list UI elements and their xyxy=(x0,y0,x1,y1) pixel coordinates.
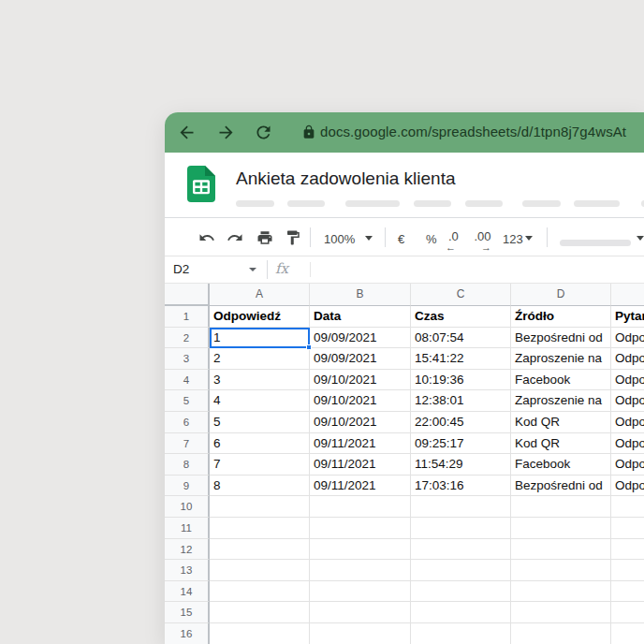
name-box[interactable]: D2 xyxy=(173,262,189,276)
cell[interactable] xyxy=(210,581,310,603)
cell[interactable]: 7 xyxy=(210,454,310,476)
cell[interactable]: Odpow xyxy=(611,348,644,370)
row-number[interactable]: 2 xyxy=(165,328,210,349)
cell[interactable] xyxy=(310,539,411,561)
cell[interactable]: 5 xyxy=(210,412,310,433)
cell[interactable]: 10:19:36 xyxy=(411,370,511,391)
column-header-A[interactable]: A xyxy=(210,284,310,306)
cell[interactable] xyxy=(611,518,644,539)
cell[interactable] xyxy=(511,518,611,539)
decrease-decimals-button[interactable]: .0 ← xyxy=(448,229,459,251)
cell[interactable]: 2 xyxy=(210,348,310,370)
cell[interactable]: 09/10/2021 xyxy=(310,412,411,433)
cell[interactable] xyxy=(310,518,411,539)
row-number[interactable]: 4 xyxy=(165,370,210,391)
cell[interactable] xyxy=(511,496,611,518)
cell[interactable]: Zaproszenie na xyxy=(511,390,611,412)
column-header-C[interactable]: C xyxy=(411,284,511,306)
cell[interactable]: Odpow xyxy=(611,476,644,497)
zoom-level[interactable]: 100% xyxy=(324,232,355,246)
cell[interactable]: Odpow xyxy=(611,328,644,349)
cell[interactable] xyxy=(310,602,411,623)
redo-icon[interactable] xyxy=(227,229,243,246)
cell[interactable]: 3 xyxy=(210,370,310,391)
cell[interactable]: Odpow xyxy=(611,433,644,455)
cell[interactable]: 17:03:16 xyxy=(411,476,511,497)
fill-handle[interactable] xyxy=(306,344,312,350)
cell[interactable]: 09/11/2021 xyxy=(310,433,411,455)
row-number[interactable]: 16 xyxy=(165,623,210,644)
cell[interactable] xyxy=(511,560,611,581)
row-number[interactable]: 13 xyxy=(165,560,210,581)
cell[interactable] xyxy=(310,496,411,518)
row-number[interactable]: 10 xyxy=(165,496,210,518)
cell[interactable]: Bezpośredni od xyxy=(511,328,611,349)
cell[interactable] xyxy=(411,560,511,581)
cell[interactable]: Pytan xyxy=(611,306,644,328)
cell[interactable] xyxy=(310,581,411,603)
cell[interactable]: 09/10/2021 xyxy=(310,370,411,391)
cell[interactable] xyxy=(511,623,611,644)
row-number[interactable]: 8 xyxy=(165,454,210,476)
cell[interactable] xyxy=(210,496,310,518)
column-header-D[interactable]: D xyxy=(511,284,611,306)
cell[interactable]: 4 xyxy=(210,390,310,412)
cell[interactable] xyxy=(210,539,310,561)
more-dropdown-icon[interactable] xyxy=(637,236,644,241)
cell[interactable]: 09/11/2021 xyxy=(310,454,411,476)
cell[interactable]: Odpowiedź xyxy=(210,306,310,328)
cell[interactable] xyxy=(411,602,511,623)
paint-format-icon[interactable] xyxy=(285,229,301,246)
cell[interactable]: Kod QR xyxy=(511,433,611,455)
cell[interactable]: Facebook xyxy=(511,454,611,476)
cell[interactable]: 09/10/2021 xyxy=(310,390,411,412)
row-number[interactable]: 15 xyxy=(165,602,210,623)
row-number[interactable]: 5 xyxy=(165,390,210,412)
print-icon[interactable] xyxy=(256,229,273,246)
cell[interactable]: Czas xyxy=(411,306,511,328)
cell[interactable]: 12:38:01 xyxy=(411,390,511,412)
undo-icon[interactable] xyxy=(198,229,215,246)
cell[interactable]: Źródło xyxy=(511,306,611,328)
cell[interactable]: Odpow xyxy=(611,390,644,412)
cell[interactable]: Zaproszenie na xyxy=(511,348,611,370)
row-number[interactable]: 14 xyxy=(165,581,210,603)
back-icon[interactable] xyxy=(177,123,197,142)
increase-decimals-button[interactable]: .00 → xyxy=(474,229,491,251)
column-header-B[interactable]: B xyxy=(310,284,411,306)
cell[interactable] xyxy=(411,623,511,644)
row-number[interactable]: 12 xyxy=(165,539,210,561)
cell[interactable] xyxy=(210,518,310,539)
cell[interactable]: 15:41:22 xyxy=(411,348,511,370)
cell[interactable] xyxy=(310,560,411,581)
cell[interactable]: 8 xyxy=(210,476,310,497)
forward-icon[interactable] xyxy=(216,123,236,142)
cell[interactable]: Facebook xyxy=(511,370,611,391)
number-format-button[interactable]: 123 xyxy=(503,232,523,246)
column-header-E[interactable] xyxy=(611,284,644,306)
cell[interactable]: 6 xyxy=(210,433,310,455)
cell[interactable]: Bezpośredni od xyxy=(511,476,611,497)
cell[interactable] xyxy=(611,560,644,581)
zoom-dropdown-icon[interactable] xyxy=(365,236,373,241)
cell[interactable] xyxy=(411,539,511,561)
format-dropdown-icon[interactable] xyxy=(525,236,533,241)
cell[interactable] xyxy=(611,602,644,623)
cell[interactable] xyxy=(411,581,511,603)
cell[interactable] xyxy=(611,581,644,603)
url-text[interactable]: docs.google.com/spreadsheets/d/1tpn8j7g4… xyxy=(320,124,626,139)
cell[interactable]: 09:25:17 xyxy=(411,433,511,455)
cell[interactable]: Odpow xyxy=(611,370,644,391)
cell[interactable] xyxy=(611,496,644,518)
select-all-corner[interactable] xyxy=(165,284,210,306)
cell[interactable] xyxy=(511,602,611,623)
cell[interactable]: Odpow xyxy=(611,454,644,476)
cell[interactable] xyxy=(511,581,611,603)
cell[interactable] xyxy=(411,518,511,539)
percent-format-button[interactable]: % xyxy=(426,232,437,246)
cell[interactable]: 22:00:45 xyxy=(411,412,511,433)
cell[interactable]: 11:54:29 xyxy=(411,454,511,476)
cell[interactable]: Data xyxy=(310,306,411,328)
cell[interactable] xyxy=(310,623,411,644)
cell[interactable] xyxy=(210,560,310,581)
